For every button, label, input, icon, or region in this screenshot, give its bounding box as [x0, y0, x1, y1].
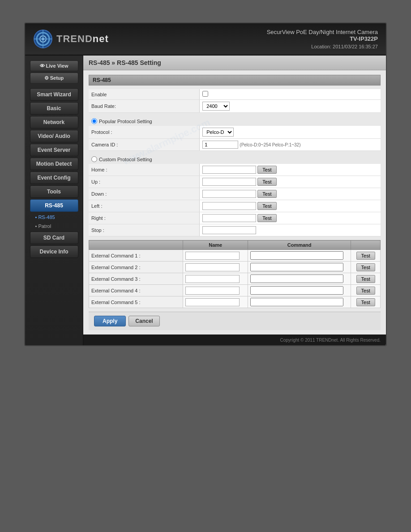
- left-row: Left : Test: [89, 200, 381, 212]
- up-input[interactable]: [202, 178, 256, 186]
- home-row: Home : Test: [89, 164, 381, 176]
- camera-id-row: Camera ID : (Pelco-D:0~254 Pelco-P:1~32): [89, 139, 381, 151]
- baud-rate-row: Baud Rate: 2400 4800 9600 19200: [89, 100, 381, 113]
- section-header-rs485: RS-485: [89, 75, 381, 86]
- sidebar-item-rs485[interactable]: RS-485: [30, 199, 78, 212]
- up-value: Test: [200, 176, 381, 188]
- ext-cmd-input-1[interactable]: [250, 251, 343, 260]
- ext-cmd-2: [248, 262, 351, 273]
- main-container: TRENDnet SecurView PoE Day/Night Interne…: [24, 22, 387, 346]
- ext-label-5: External Command 5 :: [89, 296, 183, 308]
- protocol-select[interactable]: Pelco-D Pelco-P: [202, 128, 234, 137]
- ptz-table: Home : Test Up : Test: [89, 164, 381, 236]
- ext-row-4: External Command 4 : Test: [89, 285, 381, 296]
- popular-protocol-radio[interactable]: [91, 118, 97, 124]
- enable-label: Enable: [89, 89, 200, 100]
- stop-label: Stop :: [89, 224, 200, 236]
- logo-trend: TREND: [56, 33, 93, 44]
- ext-name-input-5[interactable]: [185, 298, 239, 306]
- sidebar-item-network[interactable]: Network: [30, 116, 78, 129]
- ext-col-label: [89, 240, 183, 250]
- ext-name-input-4[interactable]: [185, 287, 239, 295]
- ext-name-input-1[interactable]: [185, 252, 239, 260]
- body-layout: 👁 Live View ⚙ Setup Smart Wizard Basic N…: [25, 56, 386, 345]
- sidebar-item-smart-wizard[interactable]: Smart Wizard: [30, 88, 78, 101]
- ext-name-4: [183, 285, 248, 296]
- sidebar-sub-patrol[interactable]: • Patrol: [32, 222, 77, 230]
- ext-test-button-1[interactable]: Test: [356, 252, 375, 260]
- down-label: Down :: [89, 188, 200, 200]
- ext-cmd-input-4[interactable]: [250, 286, 343, 295]
- footer: Copyright © 2011 TRENDnet. All Rights Re…: [83, 335, 386, 345]
- ext-cmd-input-5[interactable]: [250, 298, 343, 306]
- ext-row-5: External Command 5 : Test: [89, 296, 381, 308]
- down-row: Down : Test: [89, 188, 381, 200]
- right-label: Right :: [89, 212, 200, 224]
- left-label: Left :: [89, 200, 200, 212]
- ext-label-2: External Command 2 :: [89, 262, 183, 273]
- left-test-button[interactable]: Test: [257, 202, 276, 210]
- gear-icon: ⚙: [44, 75, 50, 81]
- sidebar-item-event-config[interactable]: Event Config: [30, 172, 78, 184]
- setup-button[interactable]: ⚙ Setup: [30, 73, 78, 84]
- ext-col-command: Command: [248, 240, 351, 250]
- baud-rate-select[interactable]: 2400 4800 9600 19200: [202, 102, 230, 111]
- enable-table: Enable Baud Rate: 2400 4800: [89, 89, 381, 113]
- ext-label-3: External Command 3 :: [89, 273, 183, 285]
- ext-cmd-input-2[interactable]: [250, 263, 343, 271]
- ext-row-3: External Command 3 : Test: [89, 273, 381, 285]
- header-model: TV-IP322P: [267, 35, 378, 42]
- apply-button[interactable]: Apply: [94, 316, 126, 326]
- up-test-button[interactable]: Test: [257, 178, 276, 186]
- right-row: Right : Test: [89, 212, 381, 224]
- sidebar-item-event-server[interactable]: Event Server: [30, 144, 78, 156]
- ext-name-input-3[interactable]: [185, 275, 239, 283]
- right-test-button[interactable]: Test: [257, 214, 276, 222]
- home-input[interactable]: [202, 166, 256, 174]
- external-commands-table: Name Command External Command 1 : Test: [89, 240, 381, 308]
- ext-row-2: External Command 2 : Test: [89, 262, 381, 273]
- main-content: www.alarmpipe.com RS-485 » RS-485 Settin…: [83, 56, 386, 345]
- ext-test-5: Test: [351, 296, 381, 308]
- sidebar-item-tools[interactable]: Tools: [30, 185, 78, 198]
- ext-name-2: [183, 262, 248, 273]
- sidebar-item-video-audio[interactable]: Video/ Audio: [30, 130, 78, 142]
- custom-protocol-radio[interactable]: [91, 156, 97, 162]
- ext-name-1: [183, 250, 248, 262]
- sidebar-sub-rs485[interactable]: • RS-485: [32, 213, 77, 221]
- ext-name-input-2[interactable]: [185, 263, 239, 271]
- home-value: Test: [200, 164, 381, 176]
- stop-input[interactable]: [202, 226, 256, 234]
- ext-test-button-4[interactable]: Test: [356, 287, 375, 295]
- stop-row: Stop :: [89, 224, 381, 236]
- cancel-button[interactable]: Cancel: [128, 316, 159, 326]
- ext-cmd-3: [248, 273, 351, 285]
- sidebar-item-basic[interactable]: Basic: [30, 102, 78, 115]
- enable-row: Enable: [89, 89, 381, 100]
- enable-value: [200, 89, 381, 100]
- header-right: SecurView PoE Day/Night Internet Camera …: [267, 29, 378, 49]
- ext-test-button-3[interactable]: Test: [356, 275, 375, 283]
- ext-test-2: Test: [351, 262, 381, 273]
- sidebar-item-device-info[interactable]: Device Info: [30, 245, 78, 258]
- camera-id-input[interactable]: [202, 141, 238, 149]
- left-input[interactable]: [202, 202, 256, 210]
- live-view-button[interactable]: 👁 Live View: [30, 60, 78, 71]
- protocol-value: Pelco-D Pelco-P: [200, 126, 381, 139]
- popular-protocol-label: Popular Protocol Setting: [99, 119, 152, 124]
- right-input[interactable]: [202, 214, 256, 222]
- down-input[interactable]: [202, 190, 256, 198]
- content-area: RS-485 Enable Baud Rate:: [83, 70, 386, 335]
- ext-cmd-input-3[interactable]: [250, 275, 343, 283]
- down-test-button[interactable]: Test: [257, 190, 276, 198]
- ext-test-button-2[interactable]: Test: [356, 263, 375, 271]
- camera-id-hint: (Pelco-D:0~254 Pelco-P:1~32): [240, 142, 300, 147]
- sidebar-item-sd-card[interactable]: SD Card: [30, 232, 78, 244]
- camera-id-value: (Pelco-D:0~254 Pelco-P:1~32): [200, 139, 381, 151]
- home-test-button[interactable]: Test: [257, 166, 276, 174]
- enable-checkbox[interactable]: [202, 91, 208, 97]
- ext-test-button-5[interactable]: Test: [356, 298, 375, 306]
- logo-net: net: [93, 33, 109, 44]
- ext-test-4: Test: [351, 285, 381, 296]
- sidebar-item-motion-detect[interactable]: Motion Detect: [30, 158, 78, 170]
